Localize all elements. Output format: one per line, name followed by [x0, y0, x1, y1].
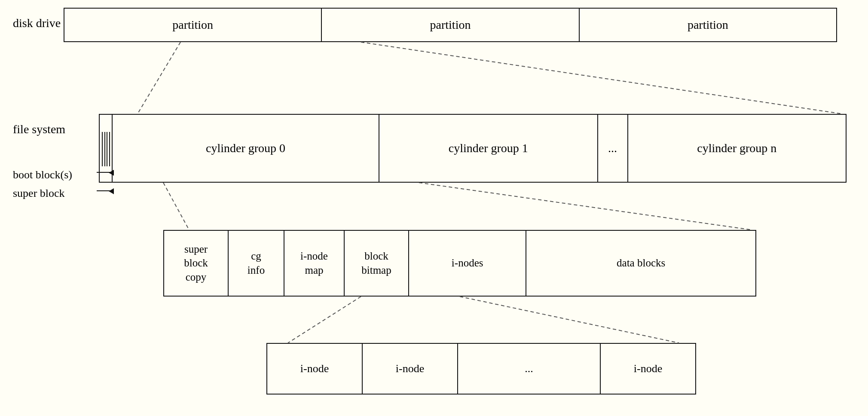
- inode-2: i-node: [363, 344, 458, 394]
- inode-detail-row: i-node i-node ... i-node: [266, 343, 696, 395]
- cg-cg-info: cginfo: [229, 231, 284, 296]
- cg-detail-row: superblockcopy cginfo i-nodemap blockbit…: [163, 230, 756, 297]
- cg-inode-map: i-nodemap: [284, 231, 345, 296]
- cg-data-blocks: data blocks: [526, 231, 755, 296]
- svg-line-2: [163, 183, 189, 230]
- svg-line-1: [361, 42, 842, 114]
- svg-line-4: [288, 297, 361, 343]
- file-system-label: file system: [13, 122, 65, 136]
- partition-2: partition: [322, 9, 579, 41]
- svg-line-5: [460, 297, 679, 343]
- svg-line-0: [138, 42, 180, 114]
- inode-n: i-node: [601, 344, 695, 394]
- boot-blocks-label: boot block(s): [13, 168, 72, 181]
- boot-arrow: [97, 172, 114, 173]
- inode-1: i-node: [267, 344, 363, 394]
- boot-line-2: [107, 132, 110, 166]
- cg-inodes: i-nodes: [409, 231, 526, 296]
- cg1-cell: cylinder group 1: [379, 115, 598, 182]
- disk-drive-row: partition partition partition: [64, 8, 837, 42]
- file-system-row: cylinder group 0 cylinder group 1 ... cy…: [99, 114, 847, 183]
- cg0-cell: cylinder group 0: [113, 115, 379, 182]
- svg-line-3: [419, 183, 752, 230]
- cg-block-bitmap: blockbitmap: [345, 231, 409, 296]
- partition-1: partition: [64, 9, 322, 41]
- super-block-label: super block: [13, 187, 65, 200]
- cgn-cell: cylinder group n: [628, 115, 846, 182]
- cg-super-block-copy: superblockcopy: [164, 231, 229, 296]
- partition-3: partition: [580, 9, 836, 41]
- disk-drive-label: disk drive: [13, 16, 61, 30]
- inode-dots: ...: [458, 344, 601, 394]
- boot-line-1: [102, 132, 105, 166]
- diagram: disk drive partition partition partition…: [0, 0, 868, 416]
- super-block-arrow: [97, 190, 114, 191]
- fs-dots: ...: [598, 115, 628, 182]
